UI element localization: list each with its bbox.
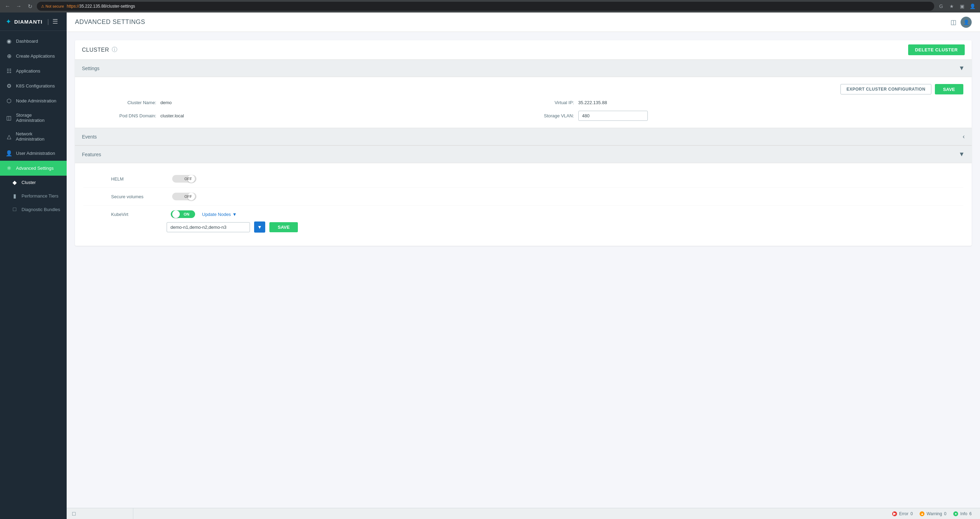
logo: ✦ DIAMANTI (6, 18, 42, 26)
sidebar-label-network: Network Administration (16, 131, 61, 142)
kubevirt-toggle-label: ON (181, 212, 192, 217)
features-accordion-header[interactable]: Features ▼ (75, 146, 972, 163)
sidebar-label-advanced: Advanced Settings (16, 166, 54, 171)
helm-label: HELM (111, 176, 167, 181)
status-warning: ▲ Warning 0 (920, 511, 946, 516)
advanced-settings-icon: ⚛ (6, 165, 13, 172)
url-text: https://35.222.135.88/cluster-settings (67, 4, 135, 9)
sidebar-item-dashboard[interactable]: ◉ Dashboard (0, 34, 67, 49)
settings-chevron-icon: ▼ (958, 65, 965, 72)
sidebar-label-storage: Storage Administration (16, 113, 61, 123)
features-content: HELM OFF Secure volumes OFF (75, 163, 972, 246)
error-dot: ▶ (892, 511, 897, 516)
sidebar-item-advanced-settings[interactable]: ⚛ Advanced Settings (0, 161, 67, 176)
sidebar-item-node-administration[interactable]: ⬡ Node Administration (0, 93, 67, 108)
status-bar-left: □ (67, 508, 133, 519)
profile-icon[interactable]: 👤 (968, 2, 977, 10)
sidebar-item-create-applications[interactable]: ⊕ Create Applications (0, 49, 67, 64)
sidebar-subitem-performance-tiers[interactable]: ▮ Performance Tiers (0, 189, 67, 203)
events-accordion-header[interactable]: Events ‹ (75, 128, 972, 145)
sidebar-header: ✦ DIAMANTI | ☰ (0, 13, 67, 31)
sidebar-subitem-cluster[interactable]: ◆ Cluster (0, 176, 67, 189)
bookmark-icon[interactable]: ★ (947, 2, 956, 10)
page-title: ADVANCED SETTINGS (75, 18, 145, 26)
security-warning: ⚠ Not secure (41, 4, 64, 9)
events-title: Events (82, 134, 97, 140)
kubevirt-label: KubeVirt (111, 212, 167, 217)
secure-volumes-toggle[interactable]: OFF (172, 193, 196, 200)
storage-vlan-input[interactable] (578, 111, 648, 121)
info-icon[interactable]: ⓘ (112, 46, 117, 54)
refresh-button[interactable]: ↻ (26, 2, 34, 10)
browser-actions: G ★ ▣ 👤 (937, 2, 977, 10)
warning-label: Warning (926, 511, 942, 516)
cluster-card-header: CLUSTER ⓘ DELETE CLUSTER (75, 40, 972, 59)
hamburger-icon[interactable]: ☰ (52, 18, 58, 25)
kubevirt-toggle[interactable]: ON (171, 210, 195, 218)
update-nodes-button[interactable]: Update Nodes ▼ (202, 212, 237, 217)
warning-count: 0 (944, 511, 947, 516)
cluster-title-row: CLUSTER ⓘ (82, 46, 117, 54)
settings-title: Settings (82, 65, 100, 71)
status-bar-right: ▶ Error 0 ▲ Warning 0 ● Info 6 (892, 508, 972, 519)
logo-icon: ✦ (6, 18, 11, 26)
network-icon: △ (6, 133, 13, 140)
sidebar-label-cluster: Cluster (22, 180, 36, 185)
info-label: Info (960, 511, 967, 516)
cluster-name-field: Cluster Name: demo (111, 100, 518, 105)
sidebar-item-k8s-configurations[interactable]: ⚙ K8S Configurations (0, 78, 67, 93)
secure-volumes-toggle-label: OFF (182, 194, 194, 199)
pod-dns-label: Pod DNS Domain: (111, 113, 156, 118)
sidebar: ✦ DIAMANTI | ☰ ◉ Dashboard ⊕ Create Appl… (0, 13, 67, 519)
user-avatar[interactable]: 👤 (961, 17, 972, 28)
sidebar-item-applications[interactable]: ☷ Applications (0, 64, 67, 78)
back-button[interactable]: ← (3, 2, 12, 10)
forward-button[interactable]: → (14, 2, 23, 10)
save-settings-button[interactable]: SAVE (935, 84, 963, 94)
delete-cluster-button[interactable]: DELETE CLUSTER (908, 45, 965, 55)
features-title: Features (82, 152, 101, 157)
sidebar-label-user: User Administration (16, 151, 55, 156)
save-nodes-button[interactable]: SAVE (269, 222, 298, 232)
url-bar[interactable]: ⚠ Not secure https://35.222.135.88/clust… (37, 2, 934, 11)
browser-bar: ← → ↻ ⚠ Not secure https://35.222.135.88… (0, 0, 980, 13)
kubevirt-dropdown-area: demo-n1,demo-n2,demo-n3 ▼ SAVE ✓ demo-n1 (167, 221, 298, 232)
diagnostic-icon: □ (11, 206, 18, 212)
settings-content: EXPORT CLUSTER CONFIGURATION SAVE Cluste… (75, 77, 972, 128)
sidebar-label-performance: Performance Tiers (22, 193, 58, 199)
url-prefix: https:// (67, 4, 79, 9)
top-bar-right: ◫ 👤 (950, 17, 972, 28)
settings-grid: Cluster Name: demo Virtual IP: 35.222.13… (83, 100, 963, 121)
dropdown-arrow-button[interactable]: ▼ (254, 221, 265, 232)
error-label: Error (899, 511, 908, 516)
storage-vlan-field: Storage VLAN: (529, 111, 936, 121)
applications-icon: ☷ (6, 68, 13, 74)
sidebar-label-node: Node Administration (16, 98, 56, 103)
settings-accordion-header[interactable]: Settings ▼ (75, 60, 972, 77)
sidebar-label-diagnostic: Diagnostic Bundles (22, 207, 60, 212)
sidebar-item-user-administration[interactable]: 👤 User Administration (0, 146, 67, 161)
info-count: 6 (969, 511, 972, 516)
window-icon[interactable]: ▣ (958, 2, 966, 10)
sidebar-item-network-administration[interactable]: △ Network Administration (0, 127, 67, 146)
sidebar-item-storage-administration[interactable]: ◫ Storage Administration (0, 108, 67, 127)
nodes-dropdown-trigger[interactable]: demo-n1,demo-n2,demo-n3 (167, 222, 250, 232)
sidebar-subitem-diagnostic-bundles[interactable]: □ Diagnostic Bundles (0, 203, 67, 216)
events-chevron-icon: ‹ (963, 133, 965, 140)
dashboard-icon: ◉ (6, 38, 13, 45)
virtual-ip-label: Virtual IP: (529, 100, 574, 105)
google-icon[interactable]: G (937, 2, 945, 10)
helm-toggle[interactable]: OFF (172, 175, 196, 183)
error-count: 0 (910, 511, 913, 516)
warning-dot: ▲ (920, 511, 924, 516)
events-accordion: Events ‹ (75, 128, 972, 145)
settings-accordion: Settings ▼ EXPORT CLUSTER CONFIGURATION … (75, 59, 972, 128)
notifications-icon[interactable]: ◫ (950, 18, 956, 26)
k8s-icon: ⚙ (6, 83, 13, 89)
export-button[interactable]: EXPORT CLUSTER CONFIGURATION (840, 84, 931, 94)
status-info: ● Info 6 (953, 511, 972, 516)
update-nodes-chevron-icon: ▼ (232, 212, 237, 217)
virtual-ip-field: Virtual IP: 35.222.135.88 (529, 100, 936, 105)
secure-volumes-feature-row: Secure volumes OFF (83, 188, 963, 205)
status-bar: □ ▶ Error 0 ▲ Warning 0 ● Info 6 (67, 508, 980, 519)
